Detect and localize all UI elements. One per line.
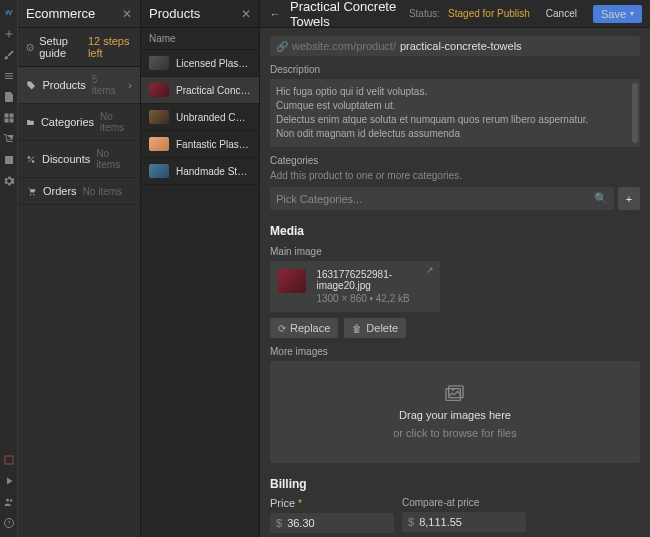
replace-button[interactable]: ⟳Replace bbox=[270, 318, 338, 338]
billing-section-title: Billing bbox=[270, 477, 640, 491]
check-circle-icon bbox=[26, 42, 34, 53]
images-icon bbox=[444, 385, 466, 403]
tag-icon bbox=[26, 80, 36, 91]
media-section-title: Media bbox=[270, 224, 640, 238]
compare-price-label: Compare-at price bbox=[402, 497, 526, 508]
product-thumb bbox=[149, 137, 169, 151]
description-label: Description bbox=[270, 64, 640, 75]
add-icon[interactable] bbox=[2, 27, 15, 40]
ecommerce-icon[interactable] bbox=[2, 132, 15, 145]
add-category-button[interactable]: + bbox=[618, 187, 640, 210]
svg-point-2 bbox=[9, 499, 12, 502]
main-image-card: 1631776252981-image20.jpg 1300 × 860 • 4… bbox=[270, 261, 440, 312]
nav-categories[interactable]: Categories No items bbox=[18, 104, 140, 141]
audit-icon[interactable] bbox=[2, 453, 15, 466]
pages-icon[interactable] bbox=[2, 90, 15, 103]
svg-point-8 bbox=[30, 194, 31, 195]
compare-price-input[interactable]: $8,111.55 bbox=[402, 512, 526, 532]
image-dimensions: 1300 × 860 • 42,2 kB bbox=[316, 293, 432, 304]
settings-icon[interactable] bbox=[2, 174, 15, 187]
trash-icon: 🗑 bbox=[352, 323, 362, 334]
categories-picker[interactable]: Pick Categories... 🔍 bbox=[270, 187, 614, 210]
setup-steps: 12 steps left bbox=[88, 35, 132, 59]
brush-icon[interactable] bbox=[2, 48, 15, 61]
chevron-down-icon: ▾ bbox=[630, 9, 634, 18]
link-icon: 🔗 bbox=[276, 41, 288, 52]
product-row[interactable]: Licensed Plastic Bike bbox=[141, 50, 259, 77]
product-row[interactable]: Unbranded Cotton Car bbox=[141, 104, 259, 131]
ecommerce-header: Ecommerce ✕ bbox=[18, 0, 140, 28]
product-editor: ← Practical Concrete Towels Status: Stag… bbox=[260, 0, 650, 537]
help-icon[interactable]: ? bbox=[2, 516, 15, 529]
product-name-title: Practical Concrete Towels bbox=[290, 0, 401, 29]
ecommerce-panel: Ecommerce ✕ Setup guide 12 steps left Pr… bbox=[18, 0, 141, 537]
svg-rect-0 bbox=[5, 456, 13, 464]
cms-icon[interactable] bbox=[2, 111, 15, 124]
refresh-icon: ⟳ bbox=[278, 323, 286, 334]
assets-icon[interactable] bbox=[2, 153, 15, 166]
product-row[interactable]: Practical Concrete To... bbox=[141, 77, 259, 104]
percent-icon bbox=[26, 154, 36, 165]
layers-icon[interactable] bbox=[2, 69, 15, 82]
back-button[interactable]: ← bbox=[268, 7, 282, 21]
users-icon[interactable] bbox=[2, 495, 15, 508]
cancel-button[interactable]: Cancel bbox=[538, 5, 585, 22]
products-header: Products ✕ bbox=[141, 0, 259, 28]
status-badge: Staged for Publish bbox=[448, 8, 530, 19]
product-thumb bbox=[149, 56, 169, 70]
svg-point-5 bbox=[27, 44, 33, 50]
description-textarea[interactable]: Hic fuga optio qui id velit voluptas. Cu… bbox=[270, 79, 640, 147]
nav-orders[interactable]: Orders No items bbox=[18, 178, 140, 205]
setup-guide-row[interactable]: Setup guide 12 steps left bbox=[18, 28, 140, 67]
more-images-label: More images bbox=[270, 346, 640, 357]
svg-text:?: ? bbox=[7, 520, 10, 526]
column-header-name: Name bbox=[141, 28, 259, 50]
close-icon[interactable]: ✕ bbox=[122, 7, 132, 21]
editor-body: 🔗 website.com/product/practical-concrete… bbox=[260, 28, 650, 537]
categories-hint: Add this product to one or more categori… bbox=[270, 170, 640, 181]
nav-products[interactable]: Products 5 items › bbox=[18, 67, 140, 104]
product-row[interactable]: Handmade Steel Fish bbox=[141, 158, 259, 185]
editor-header: ← Practical Concrete Towels Status: Stag… bbox=[260, 0, 650, 28]
main-image-label: Main image bbox=[270, 246, 640, 257]
svg-point-7 bbox=[32, 160, 34, 162]
setup-label: Setup guide bbox=[39, 35, 83, 59]
ecommerce-title: Ecommerce bbox=[26, 6, 122, 21]
product-thumb bbox=[149, 110, 169, 124]
categories-label: Categories bbox=[270, 155, 640, 166]
save-button[interactable]: Save▾ bbox=[593, 5, 642, 23]
nav-discounts[interactable]: Discounts No items bbox=[18, 141, 140, 178]
product-thumb bbox=[149, 83, 169, 97]
chevron-right-icon: › bbox=[128, 79, 132, 91]
price-input[interactable]: $36.30 bbox=[270, 513, 394, 533]
slug-field[interactable]: 🔗 website.com/product/practical-concrete… bbox=[270, 36, 640, 56]
svg-point-6 bbox=[28, 156, 30, 158]
product-thumb bbox=[149, 164, 169, 178]
image-filename: 1631776252981-image20.jpg bbox=[316, 269, 432, 291]
video-icon[interactable] bbox=[2, 474, 15, 487]
close-icon[interactable]: ✕ bbox=[241, 7, 251, 21]
cart-icon bbox=[26, 186, 37, 197]
webflow-logo-icon[interactable] bbox=[2, 6, 15, 19]
products-panel: Products ✕ Name Licensed Plastic Bike Pr… bbox=[141, 0, 260, 537]
open-icon[interactable]: ↗ bbox=[426, 265, 434, 275]
image-preview[interactable] bbox=[278, 269, 306, 293]
svg-point-9 bbox=[33, 194, 34, 195]
svg-point-1 bbox=[6, 498, 9, 501]
delete-button[interactable]: 🗑Delete bbox=[344, 318, 406, 338]
products-title: Products bbox=[149, 6, 241, 21]
search-icon: 🔍 bbox=[594, 192, 608, 205]
folder-icon bbox=[26, 117, 35, 128]
scrollbar[interactable] bbox=[632, 83, 638, 143]
price-label: Price * bbox=[270, 497, 394, 509]
left-rail: ? bbox=[0, 0, 18, 537]
image-dropzone[interactable]: Drag your images here or click to browse… bbox=[270, 361, 640, 463]
product-row[interactable]: Fantastic Plastic Chair bbox=[141, 131, 259, 158]
svg-point-12 bbox=[452, 388, 455, 391]
